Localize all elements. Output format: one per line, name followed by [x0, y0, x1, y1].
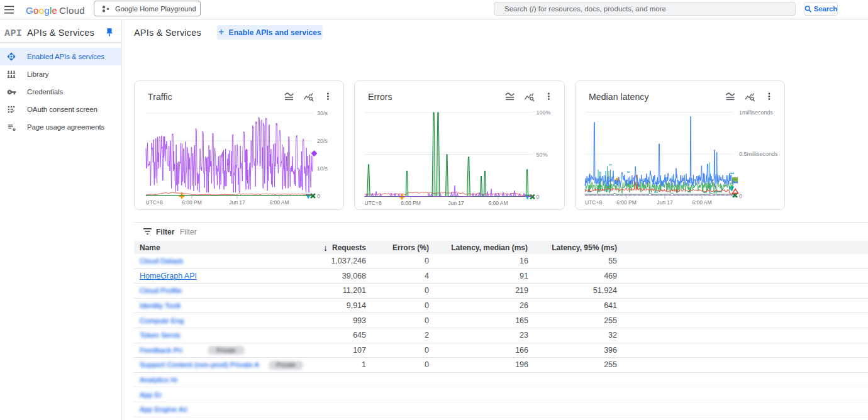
svg-text:20/s: 20/s [317, 138, 328, 144]
svg-text:6:00 AM: 6:00 AM [488, 200, 508, 206]
svg-text:6:00 AM: 6:00 AM [269, 199, 289, 206]
svg-text:10/s: 10/s [317, 165, 328, 172]
svg-text:50%: 50% [537, 152, 548, 158]
svg-text:1milliseconds: 1milliseconds [739, 109, 774, 116]
svg-text:UTC+8: UTC+8 [585, 199, 602, 206]
svg-text:UTC+8: UTC+8 [365, 200, 382, 206]
svg-text:UTC+8: UTC+8 [146, 199, 163, 206]
svg-text:6:00 AM: 6:00 AM [692, 199, 711, 206]
svg-text:30/s: 30/s [317, 110, 328, 116]
svg-text:0: 0 [317, 193, 320, 199]
svg-text:Jun 17: Jun 17 [448, 200, 464, 206]
svg-text:0: 0 [537, 194, 540, 200]
svg-text:100%: 100% [537, 109, 551, 116]
svg-text:Jun 17: Jun 17 [657, 199, 673, 206]
svg-text:6:00 PM: 6:00 PM [616, 199, 637, 206]
svg-text:6:00 PM: 6:00 PM [182, 199, 202, 206]
svg-text:0.5milliseconds: 0.5milliseconds [739, 151, 778, 157]
svg-text:6:00 PM: 6:00 PM [401, 200, 421, 206]
svg-text:Jun 17: Jun 17 [229, 199, 245, 206]
svg-text:0: 0 [739, 193, 742, 199]
